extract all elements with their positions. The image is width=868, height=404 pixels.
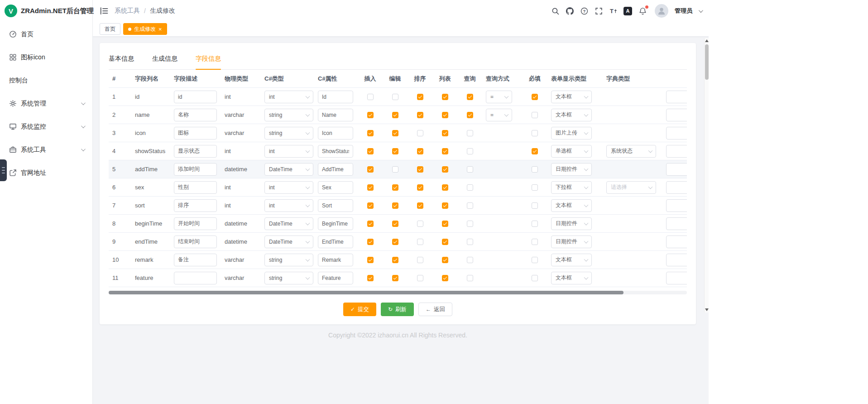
vertical-scroll-thumb[interactable] <box>705 44 709 80</box>
csharp-type-select[interactable]: string <box>264 127 313 139</box>
extra-column-input[interactable] <box>666 145 687 158</box>
list-checkbox[interactable] <box>442 257 448 263</box>
sort-checkbox[interactable] <box>417 184 423 191</box>
language-icon[interactable]: A <box>623 7 632 15</box>
query-type-select[interactable]: = <box>486 109 512 121</box>
sort-checkbox[interactable] <box>417 221 423 227</box>
extra-column-input[interactable] <box>666 163 687 176</box>
dict-type-select[interactable]: 请选择 <box>606 181 656 194</box>
column-description-input[interactable] <box>174 163 217 176</box>
query-checkbox[interactable] <box>467 275 473 281</box>
app-logo[interactable]: V ZRAdmin.NET后台管理 <box>0 0 92 22</box>
edit-checkbox[interactable] <box>392 221 398 227</box>
settings-drawer-handle[interactable] <box>0 159 7 181</box>
fullscreen-icon[interactable] <box>595 7 603 15</box>
csharp-type-select[interactable]: int <box>264 145 313 158</box>
query-checkbox[interactable] <box>467 130 473 136</box>
list-checkbox[interactable] <box>442 239 448 245</box>
extra-column-input[interactable] <box>666 254 687 266</box>
csharp-property-input[interactable] <box>318 163 353 176</box>
edit-checkbox[interactable] <box>392 130 398 136</box>
column-description-input[interactable] <box>174 109 217 121</box>
insert-checkbox[interactable] <box>367 130 374 136</box>
submit-button[interactable]: ✓ 提交 <box>343 303 376 316</box>
sort-checkbox[interactable] <box>417 94 423 100</box>
csharp-type-select[interactable]: string <box>264 272 313 284</box>
extra-column-input[interactable] <box>666 181 687 194</box>
csharp-property-input[interactable] <box>318 91 353 103</box>
display-type-select[interactable]: 文本框 <box>551 91 592 103</box>
sort-checkbox[interactable] <box>417 130 423 136</box>
list-checkbox[interactable] <box>442 112 448 118</box>
edit-checkbox[interactable] <box>392 94 398 100</box>
query-checkbox[interactable] <box>467 184 473 191</box>
extra-column-input[interactable] <box>666 217 687 230</box>
list-checkbox[interactable] <box>442 221 448 227</box>
csharp-property-input[interactable] <box>318 236 353 248</box>
sidebar-item-console[interactable]: 控制台 <box>0 69 92 92</box>
csharp-type-select[interactable]: DateTime <box>264 236 313 248</box>
tab-field-info[interactable]: 字段信息 <box>196 52 221 69</box>
query-checkbox[interactable] <box>467 112 473 118</box>
query-checkbox[interactable] <box>467 202 473 209</box>
query-checkbox[interactable] <box>467 94 473 100</box>
back-button[interactable]: ← 返回 <box>418 303 452 316</box>
edit-checkbox[interactable] <box>392 275 398 281</box>
edit-checkbox[interactable] <box>392 166 398 173</box>
horizontal-scrollbar[interactable] <box>109 291 687 294</box>
display-type-select[interactable]: 日期控件 <box>551 217 592 230</box>
edit-checkbox[interactable] <box>392 202 398 209</box>
edit-checkbox[interactable] <box>392 148 398 154</box>
display-type-select[interactable]: 文本框 <box>551 254 592 266</box>
edit-checkbox[interactable] <box>392 239 398 245</box>
insert-checkbox[interactable] <box>367 257 374 263</box>
tag-close-icon[interactable]: × <box>158 26 162 32</box>
query-type-select[interactable]: = <box>486 91 512 103</box>
column-description-input[interactable] <box>174 217 217 230</box>
display-type-select[interactable]: 图片上传 <box>551 127 592 139</box>
insert-checkbox[interactable] <box>367 112 374 118</box>
edit-checkbox[interactable] <box>392 257 398 263</box>
list-checkbox[interactable] <box>442 148 448 154</box>
insert-checkbox[interactable] <box>367 166 374 173</box>
tag-home[interactable]: 首页 <box>100 23 120 35</box>
required-checkbox[interactable] <box>532 239 538 245</box>
query-checkbox[interactable] <box>467 166 473 173</box>
csharp-property-input[interactable] <box>318 272 353 284</box>
sidebar-item-system-tools[interactable]: 系统工具 <box>0 138 92 161</box>
csharp-property-input[interactable] <box>318 145 353 158</box>
sidebar-collapse-icon[interactable] <box>100 6 109 15</box>
query-checkbox[interactable] <box>467 148 473 154</box>
column-description-input[interactable] <box>174 236 217 248</box>
list-checkbox[interactable] <box>442 130 448 136</box>
tag-generate-edit[interactable]: 生成修改 × <box>123 23 167 35</box>
dict-type-select[interactable]: 系统状态 <box>606 145 656 158</box>
csharp-property-input[interactable] <box>318 127 353 139</box>
extra-column-input[interactable] <box>666 236 687 248</box>
display-type-select[interactable]: 下拉框 <box>551 181 592 194</box>
sort-checkbox[interactable] <box>417 239 423 245</box>
required-checkbox[interactable] <box>532 221 538 227</box>
sidebar-item-icons[interactable]: 图标icon <box>0 46 92 69</box>
extra-column-input[interactable] <box>666 91 687 103</box>
extra-column-input[interactable] <box>666 127 687 139</box>
list-checkbox[interactable] <box>442 166 448 173</box>
query-checkbox[interactable] <box>467 257 473 263</box>
vertical-scrollbar[interactable] <box>704 38 709 313</box>
bell-icon[interactable] <box>638 7 647 15</box>
sidebar-item-official-site[interactable]: 官网地址 <box>0 161 92 184</box>
column-description-input[interactable] <box>174 254 217 266</box>
sort-checkbox[interactable] <box>417 112 423 118</box>
csharp-property-input[interactable] <box>318 217 353 230</box>
csharp-property-input[interactable] <box>318 181 353 194</box>
required-checkbox[interactable] <box>532 130 538 136</box>
sort-checkbox[interactable] <box>417 148 423 154</box>
display-type-select[interactable]: 文本框 <box>551 199 592 212</box>
user-name[interactable]: 管理员 <box>675 7 692 15</box>
refresh-button[interactable]: ↻ 刷新 <box>381 303 414 316</box>
tab-gen-info[interactable]: 生成信息 <box>152 52 177 69</box>
list-checkbox[interactable] <box>442 202 448 209</box>
csharp-property-input[interactable] <box>318 199 353 212</box>
required-checkbox[interactable] <box>532 166 538 173</box>
required-checkbox[interactable] <box>532 94 538 100</box>
